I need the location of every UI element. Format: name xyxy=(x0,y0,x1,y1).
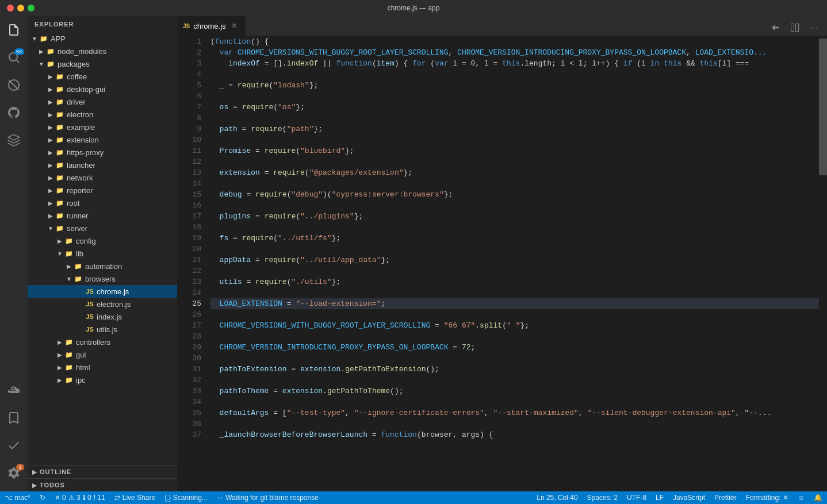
tree-arrow-html: ▶ xyxy=(55,363,64,372)
status-language[interactable]: JavaScript xyxy=(668,491,710,504)
folder-icon-browsers: 📁 xyxy=(74,274,83,283)
spaces-label: Spaces: 2 xyxy=(587,494,618,502)
status-encoding[interactable]: UTF-8 xyxy=(622,491,651,504)
status-notification[interactable]: 🔔 xyxy=(809,491,827,504)
tree-arrow-controllers: ▶ xyxy=(55,337,64,347)
tree-item-server[interactable]: ▼ 📁 server xyxy=(28,222,177,234)
tree-label-app: APP xyxy=(51,34,66,43)
more-actions-button[interactable]: ··· xyxy=(806,20,822,36)
status-lncol[interactable]: Ln 25, Col 40 xyxy=(532,491,582,504)
minimize-button[interactable] xyxy=(17,5,24,11)
status-errors[interactable]: ✕ 0 ⚠ 3 ℹ 0 ! 11 xyxy=(50,491,110,504)
folder-icon-app: 📁 xyxy=(39,34,48,43)
tree-item-index-js[interactable]: ▶ JS index.js xyxy=(28,310,177,323)
tree-item-browsers[interactable]: ▼ 📁 browsers xyxy=(28,272,177,285)
tree-label-electron-js: electron.js xyxy=(97,300,131,309)
activity-icon-remote[interactable] xyxy=(0,126,28,154)
todos-header[interactable]: ▶ TODOS xyxy=(28,479,177,491)
tree-item-driver[interactable]: ▶ 📁 driver xyxy=(28,95,177,108)
tree-label-desktop-gui: desktop-gui xyxy=(67,85,105,94)
tree-item-utils-js[interactable]: ▶ JS utils.js xyxy=(28,323,177,336)
status-spaces[interactable]: Spaces: 2 xyxy=(583,491,622,504)
tree-item-extension[interactable]: ▶ 📁 extension xyxy=(28,133,177,146)
tree-item-automation[interactable]: ▶ 📁 automation xyxy=(28,260,177,272)
tree-arrow-extension: ▶ xyxy=(46,135,55,144)
tree-label-https-proxy: https-proxy xyxy=(67,148,104,157)
code-line-9: path = require("path"}; xyxy=(210,124,819,134)
tree-item-electron[interactable]: ▶ 📁 electron xyxy=(28,108,177,121)
window-title: chrome.js — app xyxy=(388,4,440,12)
folder-icon-gui: 📁 xyxy=(64,350,74,359)
status-sync[interactable]: ↻ xyxy=(35,491,50,504)
tree-label-html: html xyxy=(76,363,90,372)
code-line-27: CHROME_VERSIONS_WITH_BUGGY_ROOT_LAYER_SC… xyxy=(210,320,819,331)
tree-item-lib[interactable]: ▼ 📁 lib xyxy=(28,247,177,260)
tree-item-controllers[interactable]: ▶ 📁 controllers xyxy=(28,336,177,348)
go-back-button[interactable] xyxy=(767,20,783,36)
settings-badge: 1 xyxy=(16,464,24,471)
activity-icon-explorer[interactable] xyxy=(0,16,28,44)
status-liveshare[interactable]: ⇄ Live Share xyxy=(110,491,160,504)
status-gitblame[interactable]: ↔ Waiting for git blame response xyxy=(212,491,323,504)
outline-section: ▶ OUTLINE xyxy=(28,465,177,478)
status-mac[interactable]: ⌥ mac* xyxy=(0,491,35,504)
activity-icon-search[interactable]: 5K xyxy=(0,44,28,71)
status-scanning[interactable]: {.} Scanning... xyxy=(160,491,212,504)
tree-item-reporter[interactable]: ▶ 📁 reporter xyxy=(28,184,177,197)
js-icon-chrome: JS xyxy=(85,287,94,296)
editor-scrollbar[interactable] xyxy=(819,36,827,491)
tree-item-example[interactable]: ▶ 📁 example xyxy=(28,121,177,133)
tree-item-gui[interactable]: ▶ 📁 gui xyxy=(28,348,177,361)
tree-item-html[interactable]: ▶ 📁 html xyxy=(28,361,177,374)
activity-icon-github[interactable] xyxy=(0,99,28,126)
tree-item-app[interactable]: ▼ 📁 APP xyxy=(28,32,177,45)
outline-header[interactable]: ▶ OUTLINE xyxy=(28,465,177,478)
status-prettier[interactable]: Prettier xyxy=(710,491,741,504)
tree-item-packages[interactable]: ▼ 📁 packages xyxy=(28,57,177,70)
tab-chrome-js[interactable]: JS chrome.js × xyxy=(177,16,246,36)
todos-section: ▶ TODOS xyxy=(28,478,177,491)
tab-close-button[interactable]: × xyxy=(232,21,237,31)
tree-label-ipc: ipc xyxy=(76,376,86,384)
activity-icon-no-results[interactable] xyxy=(0,71,28,99)
status-emoji[interactable]: ☺ xyxy=(793,491,809,504)
tree-item-https-proxy[interactable]: ▶ 📁 https-proxy xyxy=(28,146,177,159)
tree-label-lib: lib xyxy=(76,249,83,258)
activity-icon-settings[interactable]: 1 xyxy=(0,459,28,487)
tree-item-chrome-js[interactable]: ▶ JS chrome.js xyxy=(28,285,177,298)
activity-icon-check[interactable] xyxy=(0,432,28,459)
tree-item-config[interactable]: ▶ 📁 config xyxy=(28,234,177,247)
code-editor[interactable]: 1234567891011121314151617181920212223242… xyxy=(177,36,827,491)
tree-item-desktop-gui[interactable]: ▶ 📁 desktop-gui xyxy=(28,83,177,95)
tree-item-electron-js[interactable]: ▶ JS electron.js xyxy=(28,298,177,310)
tree-label-automation: automation xyxy=(85,262,122,271)
folder-icon-runner: 📁 xyxy=(55,211,64,220)
tree-item-coffee[interactable]: ▶ 📁 coffee xyxy=(28,70,177,83)
activity-icon-docker[interactable] xyxy=(0,376,28,404)
status-lineending[interactable]: LF xyxy=(651,491,668,504)
outline-label: OUTLINE xyxy=(40,468,71,475)
code-line-21: appData = require("../util/app_data"}; xyxy=(210,255,819,266)
tree-label-browsers: browsers xyxy=(85,275,116,283)
maximize-button[interactable] xyxy=(28,5,35,11)
tree-item-root[interactable]: ▶ 📁 root xyxy=(28,197,177,209)
code-line-4 xyxy=(210,69,819,80)
tree-label-packages: packages xyxy=(58,60,90,68)
activity-icon-bookmark[interactable] xyxy=(0,404,28,432)
tree-item-runner[interactable]: ▶ 📁 runner xyxy=(28,209,177,222)
tree-item-node_modules[interactable]: ▶ 📁 node_modules xyxy=(28,45,177,57)
window-controls[interactable] xyxy=(7,5,35,11)
split-editor-button[interactable] xyxy=(787,20,803,36)
code-content[interactable]: (function() { var CHROME_VERSIONS_WITH_B… xyxy=(206,36,819,491)
tree-arrow-packages: ▼ xyxy=(37,59,46,68)
activity-bar: 5K xyxy=(0,16,28,491)
code-line-7: os = require("os"}; xyxy=(210,102,819,113)
tree-item-network[interactable]: ▶ 📁 network xyxy=(28,171,177,184)
main-layout: 5K xyxy=(0,16,827,491)
tree-item-ipc[interactable]: ▶ 📁 ipc xyxy=(28,374,177,386)
status-formatting[interactable]: Formatting: ✕ xyxy=(741,491,793,504)
tree-label-controllers: controllers xyxy=(76,338,110,347)
code-line-14 xyxy=(210,178,819,189)
close-button[interactable] xyxy=(7,5,14,11)
tree-item-launcher[interactable]: ▶ 📁 launcher xyxy=(28,159,177,171)
